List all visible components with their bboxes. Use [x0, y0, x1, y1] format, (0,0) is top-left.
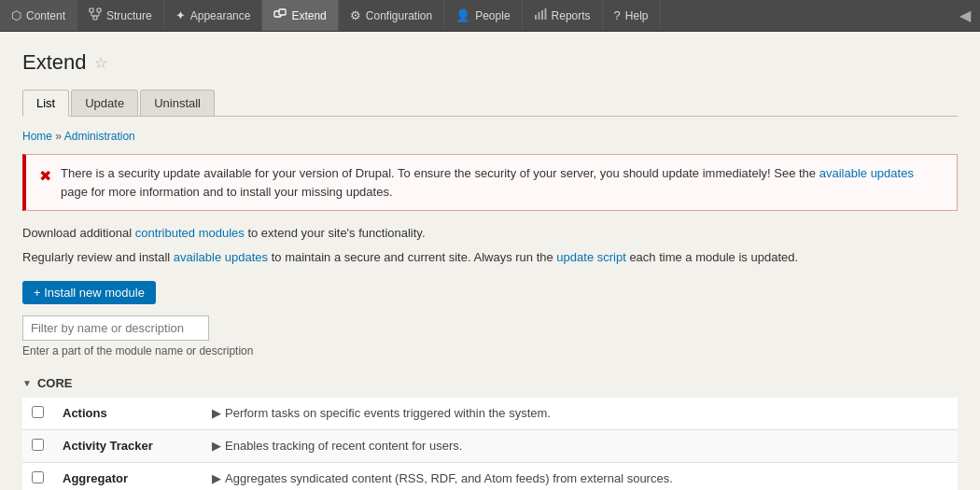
svg-rect-9 — [535, 15, 537, 20]
actions-desc-text: Perform tasks on specific events trigger… — [225, 406, 551, 420]
page-title-row: Extend ☆ — [22, 50, 958, 75]
breadcrumb-home-link[interactable]: Home — [22, 130, 52, 143]
security-alert: ✖ There is a security update available f… — [22, 154, 958, 211]
nav-label-people: People — [475, 9, 510, 22]
contributed-modules-link[interactable]: contributed modules — [135, 226, 245, 240]
aggregator-arrow-icon: ▶ — [212, 471, 221, 485]
structure-icon — [89, 7, 102, 23]
desc2-before: Regularly review and install — [22, 250, 174, 264]
available-updates-desc: Regularly review and install available u… — [22, 248, 958, 267]
people-icon: 👤 — [455, 8, 470, 22]
svg-rect-10 — [538, 12, 539, 20]
nav-label-extend: Extend — [291, 9, 326, 22]
tab-list[interactable]: List — [22, 90, 69, 117]
alert-message-before: There is a security update available for… — [61, 166, 819, 180]
nav-item-structure[interactable]: Structure — [77, 0, 164, 31]
nav-label-appearance: Appearance — [190, 9, 251, 22]
appearance-icon: ✦ — [175, 8, 186, 22]
alert-message-after: page for more information and to install… — [61, 185, 393, 199]
actions-checkbox[interactable] — [32, 406, 44, 418]
nav-label-reports: Reports — [552, 9, 591, 22]
nav-item-extend[interactable]: Extend — [262, 0, 338, 31]
breadcrumb-separator: » — [52, 130, 64, 143]
filter-hint-text: Enter a part of the module name or descr… — [22, 344, 958, 357]
nav-item-reports[interactable]: Reports — [523, 0, 603, 31]
breadcrumb: Home » Administration — [22, 130, 958, 143]
nav-item-people[interactable]: 👤 People — [444, 0, 522, 31]
collapse-triangle-icon: ▼ — [22, 378, 32, 388]
table-row: Activity Tracker ▶Enables tracking of re… — [22, 430, 958, 463]
tab-uninstall[interactable]: Uninstall — [140, 90, 215, 116]
aggregator-checkbox-cell — [22, 463, 53, 491]
desc1-after: to extend your site's functionality. — [245, 226, 426, 240]
nav-label-configuration: Configuration — [366, 9, 432, 22]
core-section-label: CORE — [37, 376, 73, 390]
activity-tracker-module-name: Activity Tracker — [53, 430, 203, 463]
svg-rect-0 — [90, 8, 93, 12]
core-section-header[interactable]: ▼ CORE — [22, 371, 958, 394]
install-new-module-button[interactable]: + Install new module — [22, 281, 156, 304]
aggregator-desc-text: Aggregates syndicated content (RSS, RDF,… — [225, 471, 673, 485]
aggregator-module-name: Aggregator — [53, 463, 203, 491]
svg-rect-8 — [279, 9, 286, 15]
help-icon: ? — [614, 8, 621, 22]
desc2-middle: to maintain a secure and current site. A… — [268, 250, 556, 264]
actions-arrow-icon: ▶ — [212, 406, 221, 420]
bookmark-star-icon[interactable]: ☆ — [94, 54, 107, 72]
nav-item-help[interactable]: ? Help — [603, 0, 661, 31]
nav-label-help: Help — [625, 9, 649, 22]
tab-update[interactable]: Update — [71, 90, 138, 116]
activity-tracker-checkbox-cell — [22, 430, 53, 463]
svg-rect-11 — [541, 10, 543, 20]
reports-icon — [534, 7, 547, 23]
available-updates-link[interactable]: available updates — [174, 250, 268, 264]
extend-icon — [273, 7, 287, 23]
actions-module-name: Actions — [53, 398, 203, 430]
actions-checkbox-cell — [22, 398, 53, 430]
desc2-after: each time a module is updated. — [626, 250, 798, 264]
svg-rect-1 — [97, 8, 101, 12]
page-tabs: List Update Uninstall — [22, 90, 958, 117]
nav-toggle-button[interactable]: ◀ — [950, 0, 980, 31]
aggregator-module-desc: ▶Aggregates syndicated content (RSS, RDF… — [203, 463, 958, 491]
desc1-before: Download additional — [22, 226, 135, 240]
nav-label-content: Content — [26, 9, 65, 22]
actions-module-desc: ▶Perform tasks on specific events trigge… — [203, 398, 958, 430]
alert-error-icon: ✖ — [39, 165, 51, 188]
core-modules-table: Actions ▶Perform tasks on specific event… — [22, 398, 958, 490]
table-row: Actions ▶Perform tasks on specific event… — [22, 398, 958, 430]
table-row: Aggregator ▶Aggregates syndicated conten… — [22, 463, 958, 491]
nav-label-structure: Structure — [106, 9, 152, 22]
content-icon: ⬡ — [11, 8, 21, 22]
activity-tracker-arrow-icon: ▶ — [212, 439, 221, 453]
activity-tracker-module-desc: ▶Enables tracking of recent content for … — [203, 430, 958, 463]
contrib-modules-desc: Download additional contributed modules … — [22, 224, 958, 243]
aggregator-checkbox[interactable] — [32, 471, 44, 483]
configuration-icon: ⚙ — [350, 8, 361, 22]
breadcrumb-admin-link[interactable]: Administration — [64, 130, 135, 143]
main-content: Extend ☆ List Update Uninstall Home » Ad… — [0, 32, 980, 490]
alert-text: There is a security update available for… — [61, 164, 944, 201]
top-navigation: ⬡ Content Structure ✦ Appearance — [0, 0, 980, 32]
nav-item-configuration[interactable]: ⚙ Configuration — [339, 0, 444, 31]
update-script-link[interactable]: update script — [556, 250, 625, 264]
svg-rect-2 — [93, 16, 97, 20]
page-title: Extend — [22, 50, 87, 75]
nav-item-content[interactable]: ⬡ Content — [0, 0, 77, 31]
alert-available-updates-link[interactable]: available updates — [819, 166, 914, 180]
activity-tracker-desc-text: Enables tracking of recent content for u… — [225, 439, 462, 453]
activity-tracker-checkbox[interactable] — [32, 439, 44, 451]
svg-rect-12 — [544, 8, 546, 20]
module-filter-input[interactable] — [22, 315, 209, 341]
nav-item-appearance[interactable]: ✦ Appearance — [164, 0, 263, 31]
